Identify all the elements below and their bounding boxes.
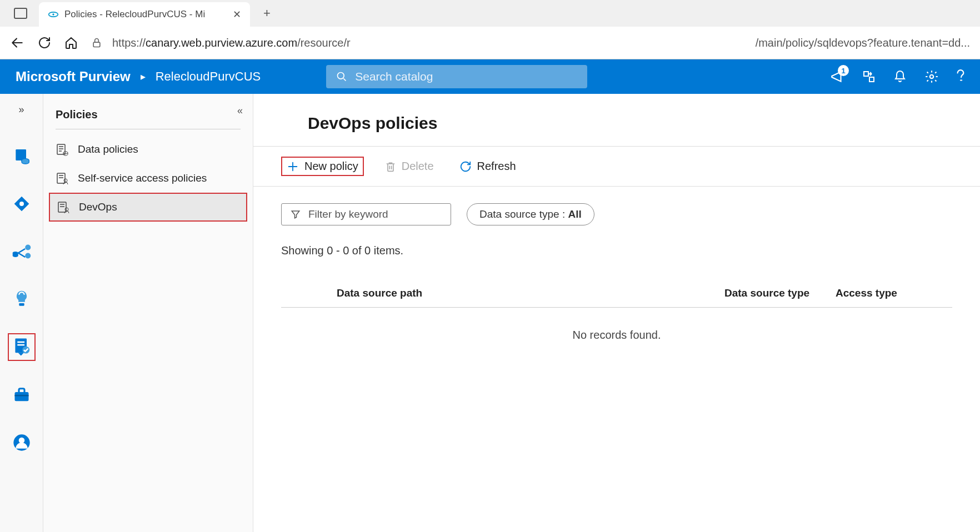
sidebar-item-data-policies[interactable]: Data policies [43,135,253,164]
connection-icon [12,243,32,260]
policy-user-icon [56,172,69,185]
svg-rect-19 [14,392,28,401]
database-icon [13,147,31,165]
svg-point-3 [338,73,344,79]
refresh-icon [38,36,51,49]
breadcrumb-separator-icon: ▸ [141,71,146,83]
refresh-label: Refresh [477,160,516,173]
share-icon [862,70,876,83]
bell-icon [893,69,907,84]
svg-rect-14 [19,303,24,306]
close-tab-icon[interactable]: ✕ [233,8,241,21]
panel-divider [56,129,241,129]
icon-rail: » [0,94,43,532]
feedback-button[interactable]: 1 [830,69,844,84]
policy-list-icon [56,143,69,156]
diamond-icon [13,195,31,213]
filter-placeholder: Filter by keyword [308,208,388,220]
delete-label: Delete [402,160,434,173]
rail-data-map[interactable] [8,190,36,218]
svg-point-26 [64,179,67,182]
svg-point-13 [25,253,31,259]
svg-point-28 [65,208,68,211]
url-bar[interactable]: https://canary.web.purview.azure.com/res… [91,37,970,49]
column-type[interactable]: Data source type [724,287,836,299]
svg-point-1 [52,13,54,15]
table-header: Data source path Data source type Access… [281,279,952,308]
svg-point-12 [25,245,31,250]
settings-button[interactable] [924,69,939,84]
expand-rail-button[interactable]: » [18,104,24,116]
purview-favicon-icon [48,9,59,20]
result-count: Showing 0 - 0 of 0 items. [253,233,980,268]
svg-rect-27 [58,202,66,212]
notifications-button[interactable] [893,69,907,84]
tab-bar: Policies - RelecloudPurvCUS - Mi ✕ + [0,0,980,27]
column-access[interactable]: Access type [836,287,924,299]
svg-rect-16 [17,342,24,343]
share-button[interactable] [862,70,876,83]
rail-data-catalog[interactable] [8,142,36,170]
refresh-button[interactable] [38,36,51,49]
svg-point-10 [19,202,24,206]
brand-name[interactable]: Microsoft Purview [16,69,131,84]
source-type-filter[interactable]: Data source type : All [467,203,594,225]
collapse-panel-button[interactable]: « [237,105,243,117]
url-text-right: /main/policy/sqldevops?feature.tenant=dd… [546,37,970,49]
workspace-name[interactable]: RelecloudPurvCUS [156,69,261,84]
refresh-circle-icon [459,160,472,173]
svg-rect-5 [869,77,874,82]
filters-row: Filter by keyword Data source type : All [253,187,980,233]
rail-policy[interactable] [8,333,36,361]
data-table: Data source path Data source type Access… [281,279,952,363]
browser-chrome: Policies - RelecloudPurvCUS - Mi ✕ + htt… [0,0,980,59]
sidebar-item-devops[interactable]: DevOps [49,193,247,222]
new-tab-button[interactable]: + [263,6,271,21]
panel-item-label: Self-service access policies [78,172,207,184]
home-icon [64,36,78,49]
help-button[interactable] [957,69,964,84]
refresh-list-button[interactable]: Refresh [455,158,521,175]
url-text: https://canary.web.purview.azure.com/res… [112,37,536,49]
rail-management[interactable] [8,381,36,409]
source-filter-label: Data source type : [479,208,568,220]
app-body: » « Policies Data policies [0,94,980,532]
panel-item-label: Data policies [78,143,138,155]
svg-point-24 [63,152,68,154]
svg-rect-4 [864,72,868,76]
svg-point-22 [18,438,24,444]
lightbulb-icon [14,289,29,309]
toolbox-icon [13,387,31,403]
panel-title: Policies [43,105,253,129]
column-path[interactable]: Data source path [337,287,724,299]
app-header: Microsoft Purview ▸ RelecloudPurvCUS 1 [0,59,980,94]
policy-devops-icon [57,200,70,214]
tab-title: Policies - RelecloudPurvCUS - Mi [64,9,227,20]
new-policy-button[interactable]: New policy [281,157,364,176]
rail-insights[interactable] [8,285,36,313]
toolbar: New policy Delete Refresh [253,147,980,187]
rail-data-share[interactable] [8,238,36,265]
notification-badge: 1 [838,65,849,76]
home-button[interactable] [64,36,78,49]
svg-point-6 [930,75,934,79]
svg-rect-2 [93,42,100,47]
sidebar-item-self-service[interactable]: Self-service access policies [43,164,253,193]
svg-rect-25 [57,173,65,183]
source-filter-value: All [568,208,581,220]
panel-item-label: DevOps [79,201,117,213]
empty-state: No records found. [281,308,952,363]
search-box[interactable] [326,65,587,88]
keyword-filter[interactable]: Filter by keyword [281,203,451,225]
browser-tab[interactable]: Policies - RelecloudPurvCUS - Mi ✕ [39,2,250,27]
help-icon [957,69,964,84]
svg-rect-17 [17,344,24,346]
header-actions: 1 [830,69,964,84]
back-button[interactable] [10,36,24,50]
lock-icon [91,37,102,49]
new-policy-label: New policy [304,160,358,173]
svg-rect-23 [57,144,65,154]
rail-privacy[interactable] [8,429,36,456]
search-input[interactable] [355,70,577,83]
gear-icon [924,69,939,84]
